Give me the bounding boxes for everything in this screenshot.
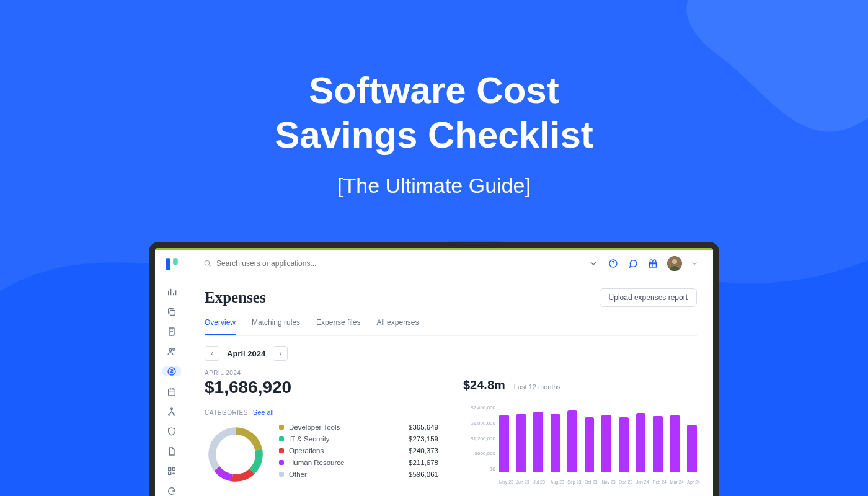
- nav-file-icon[interactable]: [162, 446, 181, 456]
- category-color-swatch: [279, 460, 284, 465]
- category-value: $365,649: [409, 423, 438, 431]
- nav-calendar-icon[interactable]: [162, 386, 181, 396]
- category-row[interactable]: Operations $240,373: [279, 447, 438, 454]
- svg-point-5: [169, 349, 172, 352]
- page-title: Expenses: [205, 289, 266, 306]
- x-tick: Jul 23: [533, 480, 543, 484]
- avatar-caret-icon[interactable]: [691, 258, 698, 269]
- x-tick: Jun 23: [516, 480, 526, 484]
- x-tick: Feb 24: [653, 480, 663, 484]
- month-total: $1,686,920: [205, 378, 438, 397]
- svg-rect-12: [168, 468, 170, 471]
- category-color-swatch: [279, 472, 284, 477]
- chart-bar[interactable]: [585, 417, 595, 472]
- svg-rect-14: [168, 472, 170, 474]
- svg-point-15: [205, 260, 210, 265]
- tablet-frame: Expenses Upload expenses report Overview…: [149, 242, 719, 496]
- dropdown-icon[interactable]: [588, 258, 599, 269]
- category-name: Operations: [289, 447, 404, 454]
- svg-point-11: [173, 414, 175, 415]
- next-month-button[interactable]: ›: [273, 346, 288, 361]
- category-name: Developer Tools: [289, 423, 404, 431]
- trend-period: Last 12 months: [514, 383, 560, 391]
- svg-point-9: [170, 408, 172, 410]
- tabs: OverviewMatching rulesExpense filesAll e…: [205, 318, 697, 336]
- nav-sync-icon[interactable]: [162, 486, 181, 496]
- nav-expenses-icon[interactable]: [162, 366, 181, 376]
- x-tick: May 23: [499, 480, 509, 484]
- gift-icon[interactable]: [647, 258, 658, 269]
- nav-apps-icon[interactable]: [162, 466, 181, 476]
- chart-bar[interactable]: [687, 425, 697, 472]
- chart-bar[interactable]: [567, 410, 577, 472]
- chart-bar[interactable]: [653, 416, 663, 472]
- x-tick: Mar 24: [670, 480, 680, 484]
- category-color-swatch: [279, 425, 284, 430]
- hero: Software Cost Savings Checklist [The Ult…: [0, 0, 868, 198]
- upload-expenses-button[interactable]: Upload expenses report: [600, 288, 697, 307]
- chart-bar[interactable]: [551, 414, 560, 472]
- tab-all-expenses[interactable]: All expenses: [376, 318, 418, 335]
- tab-matching-rules[interactable]: Matching rules: [252, 318, 300, 335]
- y-tick: $2,400,000: [463, 405, 495, 410]
- trend-total: $24.8m: [463, 378, 505, 392]
- category-row[interactable]: Other $596,061: [279, 471, 438, 478]
- sidebar: [155, 250, 188, 496]
- svg-point-10: [168, 414, 170, 415]
- search-input[interactable]: [216, 259, 588, 268]
- svg-point-19: [672, 259, 677, 264]
- prev-month-button[interactable]: ‹: [205, 346, 219, 361]
- see-all-link[interactable]: See all: [253, 409, 274, 416]
- chart-bar[interactable]: [499, 415, 509, 472]
- y-tick: $1,200,000: [463, 436, 495, 441]
- x-tick: Dec 23: [619, 480, 629, 484]
- month-label: April 2024: [227, 349, 265, 358]
- x-tick: Nov 23: [601, 480, 611, 484]
- hero-title-line2: Savings Checklist: [275, 114, 593, 156]
- help-icon[interactable]: [608, 258, 619, 269]
- categories-list: Developer Tools $365,649 IT & Security $…: [279, 423, 438, 488]
- hero-title-line1: Software Cost: [309, 69, 559, 111]
- y-tick: $1,800,000: [463, 420, 495, 426]
- category-name: Other: [289, 471, 404, 478]
- nav-tree-icon[interactable]: [162, 407, 181, 417]
- svg-rect-1: [166, 258, 170, 270]
- tab-overview[interactable]: Overview: [205, 318, 236, 335]
- category-row[interactable]: Human Resource $211,678: [279, 459, 438, 466]
- chart-bar[interactable]: [516, 414, 526, 472]
- categories-label: CATEGORIES: [205, 409, 248, 416]
- chart-bar[interactable]: [601, 415, 611, 472]
- period-label: APRIL 2024: [205, 370, 438, 376]
- category-value: $596,061: [409, 471, 438, 478]
- nav-copy-icon[interactable]: [162, 307, 181, 317]
- nav-analytics-icon[interactable]: [162, 287, 181, 297]
- app-logo[interactable]: [164, 256, 180, 272]
- svg-point-6: [172, 348, 174, 350]
- chat-icon[interactable]: [627, 258, 639, 269]
- category-row[interactable]: IT & Security $273,159: [279, 435, 438, 443]
- nav-shield-icon[interactable]: [162, 427, 181, 436]
- trend-chart: $2,400,000$1,800,000$1,200,000$600,000$0…: [463, 405, 697, 484]
- category-name: Human Resource: [289, 459, 404, 466]
- chart-bar[interactable]: [533, 412, 543, 472]
- x-tick: Jan 24: [636, 480, 646, 484]
- search[interactable]: [203, 259, 588, 268]
- svg-rect-2: [173, 258, 178, 265]
- x-tick: Aug 23: [551, 480, 560, 484]
- categories-donut: [205, 423, 267, 488]
- x-tick: Sep 23: [567, 480, 577, 484]
- x-tick: Oct 23: [585, 480, 595, 484]
- chart-bar[interactable]: [636, 413, 646, 472]
- svg-rect-13: [172, 468, 175, 471]
- nav-receipt-icon[interactable]: [162, 327, 181, 337]
- category-color-swatch: [279, 448, 284, 453]
- category-row[interactable]: Developer Tools $365,649: [279, 423, 438, 431]
- svg-rect-8: [168, 389, 175, 396]
- nav-users-icon[interactable]: [162, 347, 181, 356]
- y-tick: $0: [463, 466, 495, 472]
- avatar[interactable]: [667, 256, 682, 271]
- chart-bar[interactable]: [619, 417, 629, 472]
- chart-bar[interactable]: [670, 415, 680, 472]
- y-tick: $600,000: [463, 451, 495, 456]
- tab-expense-files[interactable]: Expense files: [316, 318, 360, 335]
